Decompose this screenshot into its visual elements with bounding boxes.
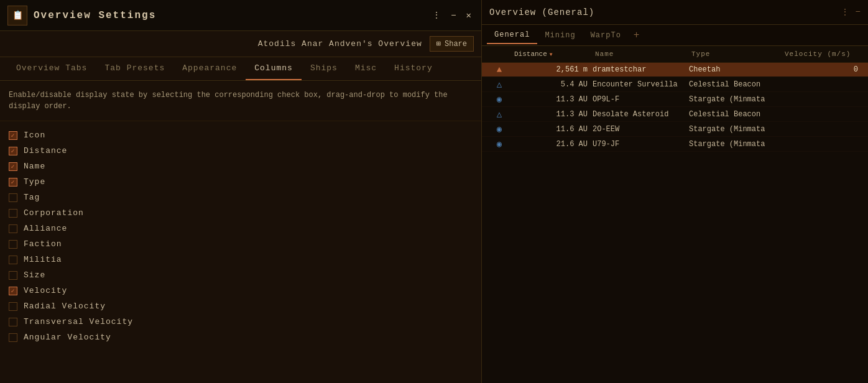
row-icon: ◉ [487,94,512,104]
list-item: Faction [9,236,473,252]
table-row[interactable]: ▲ 2,561 m dramtestchar Cheetah 0 [482,63,868,77]
tab-ships[interactable]: Ships [302,57,346,80]
tag-checkbox[interactable] [9,193,17,202]
tab-appearance[interactable]: Appearance [173,57,246,80]
transversal-velocity-checkbox[interactable] [9,318,17,326]
tab-general[interactable]: General [487,27,537,44]
share-icon: ⊞ [436,39,441,48]
row-name: OP9L-F [593,95,689,104]
list-item: Alliance [9,221,473,236]
tab-tab-presets[interactable]: Tab Presets [96,57,173,80]
close-icon[interactable]: ✕ [464,9,474,22]
row-icon: △ [487,109,512,119]
row-type: Stargate (Minmata [689,140,782,149]
angular-velocity-checkbox[interactable] [9,333,17,342]
size-label: Size [24,270,45,280]
row-icon: △ [487,79,512,90]
row-distance: 11.3 AU [512,110,593,119]
list-item: Name [9,159,473,174]
list-item: Distance [9,143,473,159]
size-checkbox[interactable] [9,271,17,280]
table-row[interactable]: △ 11.3 AU Desolate Asteroid Celestial Be… [482,107,868,122]
list-item: Radial Velocity [9,298,473,314]
name-checkbox[interactable] [9,162,17,171]
alliance-checkbox[interactable] [9,224,17,233]
row-type: Stargate (Minmata [689,95,782,104]
row-name: Encounter Surveilla [593,80,689,89]
name-label: Name [24,162,45,171]
list-item: Icon [9,127,473,143]
overview-column-headers: Distance ▼ Name Type Velocity (m/s) [482,46,868,63]
row-icon: ◉ [487,124,512,134]
row-icon: ▲ [487,65,512,75]
list-item: Transversal Velocity [9,314,473,330]
table-row[interactable]: ◉ 11.3 AU OP9L-F Stargate (Minmata [482,92,868,107]
icon-label: Icon [24,131,45,140]
alliance-label: Alliance [24,224,67,233]
distance-label: Distance [24,146,67,155]
row-name: U79-JF [593,140,689,149]
velocity-col-header[interactable]: Velocity (m/s) [782,48,863,60]
row-distance: 11.3 AU [512,95,593,104]
type-col-header[interactable]: Type [689,48,782,60]
row-velocity: 0 [782,65,863,74]
list-item: Velocity [9,283,473,298]
columns-list: Icon Distance Name Type Tag Corporation … [0,121,481,383]
share-row: Atodils Anar Andven's Overview ⊞ Share [0,31,481,57]
transversal-velocity-label: Transversal Velocity [24,317,133,326]
description-text: Enable/disable display state by selectin… [0,81,481,121]
angular-velocity-label: Angular Velocity [24,333,111,342]
row-type: Stargate (Minmata [689,125,782,134]
velocity-label: Velocity [24,286,67,295]
row-distance: 21.6 AU [512,140,593,149]
militia-checkbox[interactable] [9,256,17,264]
row-type: Celestial Beacon [689,80,782,89]
tab-mining[interactable]: Mining [537,27,583,44]
list-item: Corporation [9,205,473,221]
radial-velocity-checkbox[interactable] [9,302,17,311]
right-panel: Overview (General) ⋮ − General Mining Wa… [482,0,868,383]
list-item: Militia [9,252,473,267]
type-checkbox[interactable] [9,178,17,187]
overview-menu-icon[interactable]: ⋮ [841,7,849,17]
corporation-checkbox[interactable] [9,209,17,218]
left-panel: 📋 Overview Settings ⋮ − ✕ Atodils Anar A… [0,0,482,383]
icon-col-header [487,48,512,60]
title-controls: ⋮ − ✕ [430,9,474,22]
overview-close-icon[interactable]: − [856,7,861,17]
faction-label: Faction [24,239,62,249]
faction-checkbox[interactable] [9,240,17,249]
icon-checkbox[interactable] [9,131,17,140]
overview-title: Overview (General) [489,7,841,17]
table-row[interactable]: ◉ 21.6 AU U79-JF Stargate (Minmata [482,137,868,152]
name-col-header[interactable]: Name [593,48,689,60]
overview-table: ▲ 2,561 m dramtestchar Cheetah 0 △ 5.4 A… [482,63,868,383]
tab-history[interactable]: History [386,57,441,80]
tag-label: Tag [24,193,40,202]
distance-checkbox[interactable] [9,147,17,155]
table-row[interactable]: △ 5.4 AU Encounter Surveilla Celestial B… [482,77,868,92]
corporation-label: Corporation [24,208,84,218]
tab-warpto[interactable]: WarpTo [583,27,629,44]
tab-overview-tabs[interactable]: Overview Tabs [7,57,96,80]
tab-columns[interactable]: Columns [246,57,302,80]
militia-label: Militia [24,255,62,264]
share-label: Share [445,40,467,48]
window-title: Overview Settings [34,10,430,21]
tab-misc[interactable]: Misc [346,57,386,80]
row-distance: 11.6 AU [512,125,593,134]
velocity-checkbox[interactable] [9,287,17,295]
list-item: Angular Velocity [9,330,473,345]
distance-col-header[interactable]: Distance ▼ [512,48,593,60]
menu-icon[interactable]: ⋮ [430,9,443,22]
row-type: Celestial Beacon [689,110,782,119]
share-button[interactable]: ⊞ Share [430,36,474,52]
table-row[interactable]: ◉ 11.6 AU 2O-EEW Stargate (Minmata [482,122,868,137]
overview-tabs: General Mining WarpTo + [482,25,868,46]
row-distance: 5.4 AU [512,80,593,89]
radial-velocity-label: Radial Velocity [24,302,106,311]
minimize-icon[interactable]: − [448,9,458,22]
add-tab-button[interactable]: + [629,30,645,41]
overview-controls: ⋮ − [841,7,861,17]
row-icon: ◉ [487,139,512,149]
